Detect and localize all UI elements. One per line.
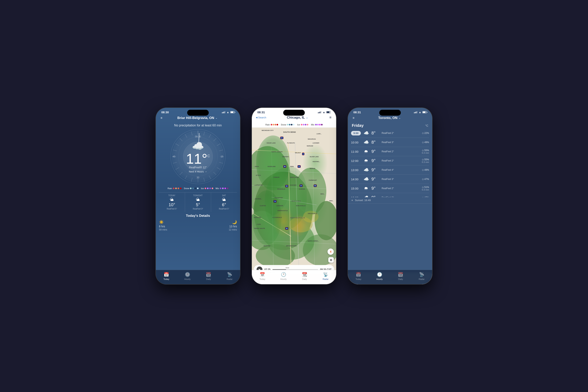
- hourly-time-1: 10:00: [351, 141, 361, 144]
- dynamic-island-2: [283, 110, 305, 116]
- battery-icon: [230, 111, 234, 113]
- tab-today-1[interactable]: 📅 Today: [156, 272, 177, 280]
- hourly-rf-2: RealFeel 2°: [382, 150, 420, 153]
- forecast-today-label: TODAY: [160, 194, 184, 196]
- tab-radar-3[interactable]: 📡 Radar: [411, 272, 432, 280]
- time-2: 08:31: [257, 110, 265, 114]
- legend-ice-label: Ice: [201, 187, 204, 190]
- layers-button[interactable]: ⊞: [328, 257, 334, 263]
- forecast-tonight-label: TONIGHT: [186, 194, 210, 196]
- city-george: ...GEORGE...: [254, 198, 262, 200]
- moon-icon: 🌙: [232, 220, 237, 224]
- ice-dots: [301, 124, 308, 126]
- state-indiana: INDIANA: [291, 200, 301, 202]
- hourly-row-7[interactable]: 16:00 ☁️ 9° RealFeel 3° ◇ 47%: [351, 193, 429, 197]
- tab-today-3[interactable]: 📅 Today: [348, 272, 369, 280]
- city-north-verno: NORTH VERNO...: [308, 240, 319, 242]
- time-3: 08:31: [354, 110, 361, 114]
- calendar-multi-icon-3: 📆: [398, 272, 403, 277]
- tab-radar-label-3: Radar: [419, 278, 424, 280]
- city-deer-creek: DEER CREEK: [290, 176, 299, 178]
- menu-icon-1[interactable]: ≡: [160, 116, 163, 120]
- hourly-time-0: 9:00: [351, 131, 361, 136]
- nav-title-2[interactable]: Chicago, IL ⌄: [266, 116, 328, 120]
- hourly-row-2[interactable]: 11:00 🌧 9° RealFeel 2° ◇ 55% 0.3 mm: [351, 147, 429, 156]
- highway-65-mid: 65: [285, 185, 288, 188]
- tab-today-2[interactable]: 📅 Today: [252, 272, 273, 280]
- clock-label-time: 08:30: [195, 135, 201, 138]
- battery-icon-2: [326, 111, 331, 113]
- city-shelbyville: SHELBYVILLE: [308, 213, 317, 214]
- tab-radar-1[interactable]: 📡 Radar: [219, 272, 240, 280]
- hourly-rf-7: RealFeel 3°: [382, 196, 420, 197]
- hourly-row-4[interactable]: 13:00 ☁️ 9° RealFeel 4° ◇ 49%: [351, 166, 429, 175]
- forecast-sat-rf: RealFeel 5°: [212, 208, 236, 210]
- city-noblesville: NOBLESVILLE: [296, 205, 306, 206]
- hourly-row-6[interactable]: 15:00 🌧 9° RealFeel 2° ◇ 51% 0.3 mm: [351, 184, 429, 193]
- menu-icon-2[interactable]: ≡: [328, 115, 332, 120]
- tab-daily-3[interactable]: 📆 Daily: [390, 272, 411, 280]
- signal-icon-3: [414, 111, 418, 113]
- hourly-rf-1: RealFeel 3°: [382, 141, 420, 144]
- svg-point-38: [303, 211, 318, 223]
- clock-icon-2: 🕐: [281, 272, 286, 277]
- time-1: 08:30: [161, 110, 169, 114]
- tab-radar-2[interactable]: 📡 Radar: [315, 272, 336, 280]
- map-legend-bar: Rain Snow Ice: [252, 122, 336, 128]
- sun-icon: ☀️: [159, 220, 164, 224]
- tab-daily-1[interactable]: 📆 Daily: [198, 272, 219, 280]
- tab-daily-2[interactable]: 📆 Daily: [294, 272, 315, 280]
- legend-snow-label: Snow: [184, 187, 189, 190]
- mix-dots: [315, 124, 322, 126]
- tab-hourly-1[interactable]: 🕐 Hourly: [177, 272, 198, 280]
- forecast-sat[interactable]: SAT 🌥 6° RealFeel 5°: [211, 192, 237, 212]
- hourly-precip-3: ◇ 55% 0.3 mm: [422, 158, 429, 163]
- back-button-2[interactable]: Search: [256, 116, 266, 119]
- tab-daily-label: Daily: [206, 278, 211, 280]
- phone-1: 08:30 ▲ ≡ Briar Hill-Belgravia, ON ⌄ No …: [156, 108, 240, 284]
- tab-hourly-2[interactable]: 🕐 Hourly: [273, 272, 294, 280]
- city-highland: HIGHLAND: [254, 217, 261, 218]
- hourly-header: Friday °C: [348, 122, 432, 128]
- clock-label-15: 15: [221, 155, 223, 158]
- hourly-row-0[interactable]: 9:00 ☁️ 8° RealFeel 2° ◇ 22%: [351, 128, 429, 138]
- nav-title-3[interactable]: Toronto, ON ⌄: [355, 116, 424, 120]
- forecast-today[interactable]: TODAY 🌥 10° RealFeel 5°: [159, 192, 185, 212]
- city-terre-haute: TERRE HAUTE: [254, 228, 265, 229]
- tab-today-label-2: Today: [260, 278, 265, 280]
- next-hours-link[interactable]: Next 4 Hours →: [189, 170, 207, 173]
- clock-face: 08:30 45 15 30 ☁️ 11° C RealFeel® 12° Ne…: [170, 129, 226, 184]
- hourly-row-1[interactable]: 10:00 ☁️ 8° RealFeel 3° ◇ 49%: [351, 138, 429, 147]
- city-lopeston: ...LOPESTON: [254, 184, 262, 186]
- forecast-tonight-temp: 5°: [186, 202, 210, 207]
- calendar-icon-3: 📅: [356, 272, 361, 277]
- radar-map[interactable]: SOUTH BEND MICHIGAN CITY LAGR... WAKARUS…: [252, 128, 336, 284]
- sunset-label: Sunset: 16:49: [355, 199, 371, 202]
- forecast-sat-temp: 6°: [212, 202, 236, 207]
- hourly-row-3[interactable]: 12:00 🌧 9° RealFeel 2° ◇ 55% 0.3 mm: [351, 156, 429, 166]
- legend-snow-2: Snow: [281, 124, 294, 126]
- nav-title-1[interactable]: Briar Hill-Belgravia, ON ⌄: [163, 116, 232, 120]
- highway-65-bot: 65: [285, 227, 288, 230]
- forecast-tonight[interactable]: TONIGHT 🌥 5° RealFeel 3°: [185, 192, 211, 212]
- clock-icon: 🕐: [185, 272, 190, 277]
- highway-6: 6: [302, 153, 304, 155]
- city-attica: ATTICA: [256, 175, 261, 176]
- tab-bar-2: 📅 Today 🕐 Hourly 📆 Daily 📡 Radar: [252, 270, 336, 284]
- hourly-row-5[interactable]: 14:00 ☁️ 9° RealFeel 3° ◇ 47%: [351, 175, 429, 184]
- clock-circle: 08:30 45 15 30 ☁️ 11° C RealFeel® 12° Ne…: [170, 129, 226, 184]
- chevron-down-icon: ⌄: [216, 116, 217, 119]
- svg-point-36: [256, 244, 295, 268]
- tab-hourly-3[interactable]: 🕐 Hourly: [369, 272, 390, 280]
- hourly-precip-5: ◇ 47%: [422, 178, 429, 180]
- city-marion: MARION: [310, 168, 315, 169]
- city-north-judson: NORTH JUDSON: [272, 151, 282, 152]
- city-new: NEW...: [329, 200, 334, 202]
- menu-icon-3[interactable]: ≡: [352, 116, 355, 120]
- city-lagrande: LAGR...: [316, 133, 322, 134]
- city-fowler: FOWLER: [274, 176, 279, 178]
- temp-unit: C: [207, 154, 210, 158]
- hourly-icon-4: ☁️: [363, 168, 369, 172]
- city-clinton: CLINTON: [260, 205, 266, 206]
- hourly-temp-6: 9°: [372, 186, 379, 191]
